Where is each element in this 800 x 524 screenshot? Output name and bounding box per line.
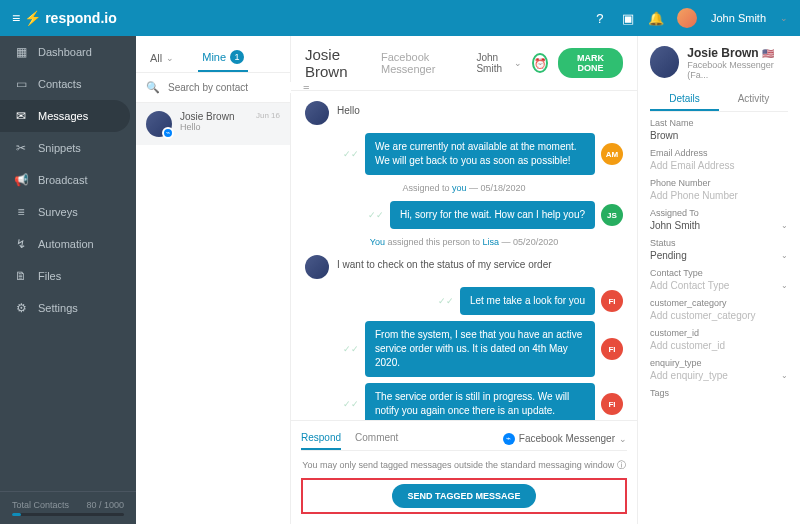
nav-messages[interactable]: ✉Messages xyxy=(0,100,130,132)
field-customer_category[interactable]: customer_categoryAdd customer_category xyxy=(650,298,788,321)
nav-label: Contacts xyxy=(38,78,81,90)
delivered-icon: ✓✓ xyxy=(343,149,359,159)
nav-label: Messages xyxy=(38,110,88,122)
compose-warning: You may only send tagged messages outsid… xyxy=(301,459,627,472)
field-tags[interactable]: Tags xyxy=(650,388,788,400)
send-tagged-message-button[interactable]: SEND TAGGED MESSAGE xyxy=(392,484,537,508)
agent-avatar: AM xyxy=(601,143,623,165)
top-header: ⚡respond.io ? ▣ 🔔 John Smith ⌄ xyxy=(0,0,800,36)
field-label: Last Name xyxy=(650,118,788,128)
field-label: Contact Type xyxy=(650,268,788,278)
field-phone-number[interactable]: Phone NumberAdd Phone Number xyxy=(650,178,788,201)
user-name[interactable]: John Smith xyxy=(711,12,766,24)
nav-label: Settings xyxy=(38,302,78,314)
nav-label: Snippets xyxy=(38,142,81,154)
field-value: Add customer_category xyxy=(650,310,788,321)
agent-avatar: FI xyxy=(601,338,623,360)
contact-channel: Facebook Messenger (Fa... xyxy=(687,60,788,80)
snooze-icon[interactable]: ⏰ xyxy=(532,53,548,73)
nav-icon: ▭ xyxy=(14,77,28,91)
field-label: Email Address xyxy=(650,148,788,158)
nav-icon: ▦ xyxy=(14,45,28,59)
field-label: Status xyxy=(650,238,788,248)
assignee-selector[interactable]: John Smith⌄ xyxy=(476,52,522,74)
channel-selector[interactable]: ⌁Facebook Messenger⌄ xyxy=(503,427,627,450)
search-input[interactable] xyxy=(168,82,295,93)
tab-mine[interactable]: Mine1 xyxy=(198,44,248,72)
field-value: Add Phone Number xyxy=(650,190,788,201)
field-last-name[interactable]: Last NameBrown xyxy=(650,118,788,141)
brand-logo[interactable]: ⚡respond.io xyxy=(12,10,117,26)
contact-name: Josie Brown xyxy=(180,111,248,122)
nav-icon: ↯ xyxy=(14,237,28,251)
nav-surveys[interactable]: ≡Surveys xyxy=(0,196,136,228)
field-status[interactable]: StatusPending⌄ xyxy=(650,238,788,261)
mark-done-button[interactable]: MARK DONE xyxy=(558,48,623,78)
nav-automation[interactable]: ↯Automation xyxy=(0,228,136,260)
bell-icon[interactable]: 🔔 xyxy=(649,11,663,25)
nav-icon: 🗎 xyxy=(14,269,28,283)
nav-icon: ✂ xyxy=(14,141,28,155)
sidebar-footer: Total Contacts 80 / 1000 xyxy=(0,491,136,524)
field-customer_id[interactable]: customer_idAdd customer_id xyxy=(650,328,788,351)
nav-label: Broadcast xyxy=(38,174,88,186)
outgoing-message: The service order is still in progress. … xyxy=(365,383,595,420)
field-label: Assigned To xyxy=(650,208,788,218)
field-label: customer_category xyxy=(650,298,788,308)
nav-files[interactable]: 🗎Files xyxy=(0,260,136,292)
tab-details[interactable]: Details xyxy=(650,88,719,111)
outgoing-message: Hi, sorry for the wait. How can I help y… xyxy=(390,201,595,229)
contact-avatar xyxy=(305,255,329,279)
agent-avatar: JS xyxy=(601,204,623,226)
field-enquiry_type[interactable]: enquiry_typeAdd enquiry_type⌄ xyxy=(650,358,788,381)
field-assigned-to[interactable]: Assigned ToJohn Smith⌄ xyxy=(650,208,788,231)
nav-contacts[interactable]: ▭Contacts xyxy=(0,68,136,100)
tab-activity[interactable]: Activity xyxy=(719,88,788,111)
nav-broadcast[interactable]: 📢Broadcast xyxy=(0,164,136,196)
tab-respond[interactable]: Respond xyxy=(301,427,341,450)
chevron-down-icon[interactable]: ⌄ xyxy=(780,13,788,23)
nav-settings[interactable]: ⚙Settings xyxy=(0,292,136,324)
contact-avatar: ⌁ xyxy=(146,111,172,137)
search-row: 🔍 ≡ xyxy=(136,73,290,103)
agent-avatar: FI xyxy=(601,393,623,415)
flag-icon: 🇺🇸 xyxy=(762,48,774,59)
highlight-box: SEND TAGGED MESSAGE xyxy=(301,478,627,514)
field-email-address[interactable]: Email AddressAdd Email Address xyxy=(650,148,788,171)
nav-dashboard[interactable]: ▦Dashboard xyxy=(0,36,136,68)
sidebar: ▦Dashboard▭Contacts✉Messages✂Snippets📢Br… xyxy=(0,36,136,524)
chevron-down-icon[interactable]: ⌄ xyxy=(781,281,788,290)
field-value: Add Contact Type⌄ xyxy=(650,280,788,291)
chevron-down-icon[interactable]: ⌄ xyxy=(781,251,788,260)
chat-panel: Josie Brown Facebook Messenger John Smit… xyxy=(291,36,638,524)
field-label: Phone Number xyxy=(650,178,788,188)
delivered-icon: ✓✓ xyxy=(343,344,359,354)
conversation-item[interactable]: ⌁ Josie Brown Hello Jun 16 xyxy=(136,103,290,145)
news-icon[interactable]: ▣ xyxy=(621,11,635,25)
tab-all[interactable]: All⌄ xyxy=(146,44,178,72)
field-value: Pending⌄ xyxy=(650,250,788,261)
conversation-list: All⌄ Mine1 🔍 ≡ ⌁ Josie Brown Hello Jun 1… xyxy=(136,36,291,524)
chevron-down-icon[interactable]: ⌄ xyxy=(781,371,788,380)
search-icon[interactable]: 🔍 xyxy=(146,81,160,94)
nav-label: Surveys xyxy=(38,206,78,218)
message-preview: Hello xyxy=(180,122,248,132)
field-contact-type[interactable]: Contact TypeAdd Contact Type⌄ xyxy=(650,268,788,291)
nav-icon: ⚙ xyxy=(14,301,28,315)
chevron-down-icon[interactable]: ⌄ xyxy=(781,221,788,230)
user-avatar[interactable] xyxy=(677,8,697,28)
field-value: Brown xyxy=(650,130,788,141)
composer: Respond Comment ⌁Facebook Messenger⌄ You… xyxy=(291,420,637,524)
nav-label: Automation xyxy=(38,238,94,250)
delivered-icon: ✓✓ xyxy=(343,399,359,409)
outgoing-message: Let me take a look for you xyxy=(460,287,595,315)
contact-avatar xyxy=(305,101,329,125)
field-label: Tags xyxy=(650,388,788,398)
tab-comment[interactable]: Comment xyxy=(355,427,398,450)
help-icon[interactable]: ? xyxy=(593,11,607,25)
delivered-icon: ✓✓ xyxy=(368,210,384,220)
field-label: customer_id xyxy=(650,328,788,338)
nav-snippets[interactable]: ✂Snippets xyxy=(0,132,136,164)
messenger-icon: ⌁ xyxy=(503,433,515,445)
nav-icon: ≡ xyxy=(14,205,28,219)
